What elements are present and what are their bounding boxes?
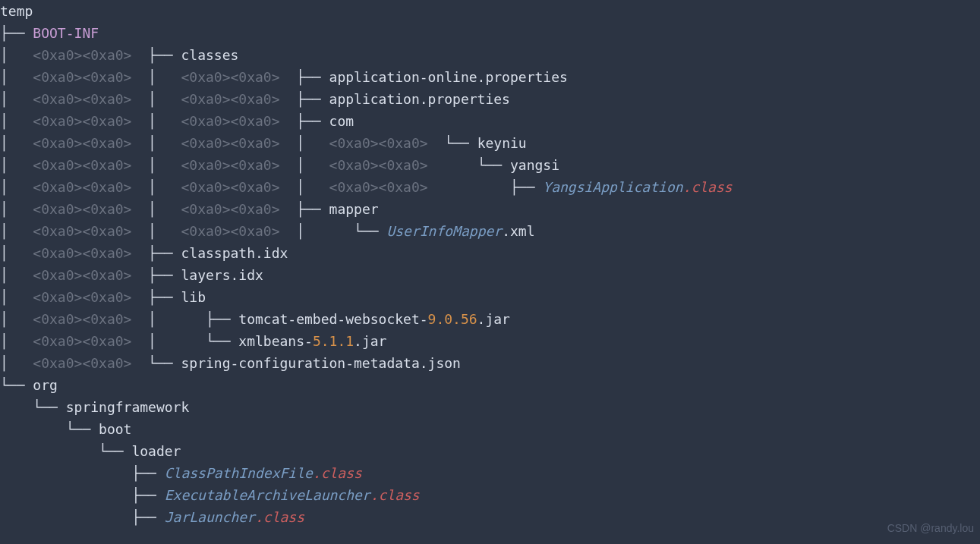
file-layers-idx: layers.idx bbox=[181, 267, 263, 283]
file-yangsi-app: YangsiApplication bbox=[543, 179, 682, 195]
tree-line: └── org bbox=[0, 374, 980, 396]
dir-lib: lib bbox=[181, 289, 206, 305]
dir-keyniu: keyniu bbox=[477, 135, 527, 151]
dir-springframework: springframework bbox=[66, 399, 190, 415]
tree-line: ├── ClassPathIndexFile.class bbox=[0, 462, 980, 484]
dir-org: org bbox=[33, 377, 58, 393]
dir-classes: classes bbox=[181, 47, 238, 63]
dir-mapper: mapper bbox=[329, 201, 379, 217]
file-classpath-idx: classpath.idx bbox=[181, 245, 288, 261]
dir-loader: loader bbox=[131, 443, 181, 459]
tree-line: │ <0xa0><0xa0> └── spring-configuration-… bbox=[0, 352, 980, 374]
file-jarlauncher: JarLauncher bbox=[165, 509, 255, 525]
tree-line: │ <0xa0><0xa0> │ <0xa0><0xa0> │ <0xa0><0… bbox=[0, 132, 980, 154]
tree-line: ├── JarLauncher.class bbox=[0, 506, 980, 528]
file-classpathindexfile: ClassPathIndexFile bbox=[165, 465, 313, 481]
tree-line: │ <0xa0><0xa0> │ <0xa0><0xa0> │ <0xa0><0… bbox=[0, 176, 980, 198]
tree-line: └── springframework bbox=[0, 396, 980, 418]
tree-line: │ <0xa0><0xa0> ├── lib bbox=[0, 286, 980, 308]
tree-line: │ <0xa0><0xa0> ├── layers.idx bbox=[0, 264, 980, 286]
tree-line: └── boot bbox=[0, 418, 980, 440]
file-xmlbeans-jar: xmlbeans-5.1.1.jar bbox=[238, 333, 386, 349]
tree-line: │ <0xa0><0xa0> │ <0xa0><0xa0> │ <0xa0><0… bbox=[0, 154, 980, 176]
root-dir: temp bbox=[0, 3, 33, 19]
file-app-props: application.properties bbox=[329, 91, 510, 107]
tree-line: │ <0xa0><0xa0> │ <0xa0><0xa0> ├── applic… bbox=[0, 88, 980, 110]
file-spring-cfg: spring-configuration-metadata.json bbox=[181, 355, 460, 371]
file-tomcat-jar: tomcat-embed-websocket-9.0.56.jar bbox=[238, 311, 510, 327]
tree-line: │ <0xa0><0xa0> │ ├── tomcat-embed-websoc… bbox=[0, 308, 980, 330]
tree-line: ├── ExecutableArchiveLauncher.class bbox=[0, 484, 980, 506]
tree-line: ├── BOOT-INF bbox=[0, 22, 980, 44]
file-userinfo-mapper: UserInfoMapper bbox=[386, 223, 502, 239]
watermark: CSDN @randy.lou bbox=[887, 517, 974, 539]
tree-line: │ <0xa0><0xa0> ├── classpath.idx bbox=[0, 242, 980, 264]
tree-line: │ <0xa0><0xa0> │ └── xmlbeans-5.1.1.jar bbox=[0, 330, 980, 352]
boot-inf-dir: BOOT-INF bbox=[33, 25, 99, 41]
file-app-online: application-online.properties bbox=[329, 69, 568, 85]
tree-line: │ <0xa0><0xa0> ├── classes bbox=[0, 44, 980, 66]
tree-line: │ <0xa0><0xa0> │ <0xa0><0xa0> ├── applic… bbox=[0, 66, 980, 88]
tree-line: temp bbox=[0, 0, 980, 22]
tree-line: │ <0xa0><0xa0> │ <0xa0><0xa0> ├── mapper bbox=[0, 198, 980, 220]
dir-boot: boot bbox=[99, 421, 131, 437]
terminal-tree-output: temp ├── BOOT-INF │ <0xa0><0xa0> ├── cla… bbox=[0, 0, 980, 528]
tree-line: └── loader bbox=[0, 440, 980, 462]
tree-line: │ <0xa0><0xa0> │ <0xa0><0xa0> │ └── User… bbox=[0, 220, 980, 242]
dir-com: com bbox=[329, 113, 355, 129]
tree-line: │ <0xa0><0xa0> │ <0xa0><0xa0> ├── com bbox=[0, 110, 980, 132]
file-executablearchivelauncher: ExecutableArchiveLauncher bbox=[165, 487, 370, 503]
dir-yangsi: yangsi bbox=[510, 157, 559, 173]
